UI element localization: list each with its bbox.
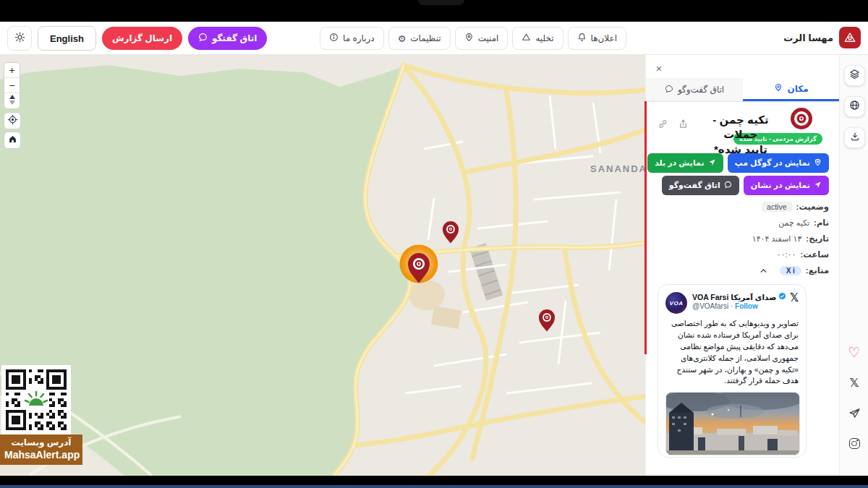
tweet-header: VOA VOA Farsi صدای آمریکا @VOAfarsi · Fo…	[658, 285, 806, 314]
close-icon[interactable]: ×	[652, 61, 666, 75]
heart-icon: ♡	[848, 346, 860, 359]
telegram-link[interactable]	[840, 407, 868, 422]
detail-label: ساعت:	[801, 249, 830, 260]
city-label: SANANDAJ	[590, 163, 645, 174]
detail-value: ۰۰:۰۰	[777, 250, 796, 260]
navbar: English ارسال گزارش اتاق گفتگو درباره ما…	[0, 22, 868, 55]
panel-tabs: مکان اتاق گفت‌وگو	[646, 78, 840, 102]
chat-icon	[724, 181, 732, 190]
chat-icon	[198, 33, 208, 44]
navigate-icon	[708, 158, 716, 168]
instagram-icon	[849, 438, 860, 449]
locate-button[interactable]	[4, 112, 21, 129]
tab-chat-room[interactable]: اتاق گفت‌وگو	[646, 78, 743, 101]
chat-room-button-label: اتاق گفتگو	[212, 33, 257, 43]
show-in-neshan-button[interactable]: نمایش در نشان	[744, 176, 829, 195]
download-icon	[850, 132, 860, 145]
likes-button[interactable]: ♡	[840, 346, 868, 359]
compass-icon	[9, 95, 16, 107]
show-in-balad-button[interactable]: نمایش در بلد	[647, 153, 723, 173]
map-zoom-controls: + −	[4, 62, 20, 109]
map-marker-selected[interactable]	[400, 245, 438, 283]
info-icon	[329, 33, 339, 44]
nav-item-about[interactable]: درباره ما	[320, 27, 384, 50]
verified-icon	[778, 292, 786, 301]
detail-value: تکیه چمن	[778, 218, 809, 228]
locate-icon	[7, 114, 18, 128]
app-screen: English ارسال گزارش اتاق گفتگو درباره ما…	[0, 0, 868, 488]
copy-link-button[interactable]	[658, 119, 668, 132]
navbar-menu: درباره ما ⚙ تنظیمات امنیت تخلیه اعلان‌ها	[320, 27, 626, 50]
pin-icon	[774, 83, 783, 94]
bullseye-icon	[790, 107, 813, 133]
brand-label: مهسا الرت	[783, 33, 833, 43]
map[interactable]: SANANDAJ	[0, 55, 645, 476]
zoom-out-button[interactable]: −	[4, 78, 20, 93]
nav-item-settings[interactable]: ⚙ تنظیمات	[388, 27, 451, 50]
tweet-image[interactable]	[665, 392, 800, 455]
nav-item-security[interactable]: امنیت	[455, 27, 509, 50]
layers-icon	[849, 69, 860, 82]
compass-button[interactable]	[4, 93, 20, 108]
map-stadium	[409, 280, 445, 310]
tweet-text: تصاویر و ویدیوهایی که به طور اختصاصی برا…	[658, 314, 806, 387]
detail-row-date: تاریخ: ۱۳ اسفند ۱۴۰۴	[752, 234, 829, 244]
send-report-button[interactable]: ارسال گزارش	[102, 27, 182, 50]
download-button[interactable]	[844, 127, 865, 148]
navigate-icon	[814, 181, 822, 190]
location-title: تکیه چمن - حملات تایید شده*	[697, 113, 785, 157]
tweet-names: VOA Farsi صدای آمریکا @VOAfarsi · Follow	[692, 292, 785, 310]
globe-button[interactable]	[844, 96, 865, 117]
layers-button[interactable]	[844, 65, 865, 86]
x-logo-icon[interactable]: 𝕏	[790, 292, 799, 303]
pin-icon	[464, 33, 474, 44]
show-in-neshan-label: نمایش در نشان	[751, 181, 810, 190]
alert-logo-icon	[839, 27, 861, 48]
tweet-dot: ·	[731, 302, 733, 310]
x-social-link[interactable]: 𝕏	[840, 377, 868, 389]
theme-toggle-button[interactable]	[7, 26, 32, 51]
sources-pill[interactable]: X i	[780, 266, 801, 275]
top-notch	[418, 0, 464, 5]
location-title-line1: تکیه چمن - حملات	[697, 113, 785, 142]
chat-room-panel-button[interactable]: اتاق گفت‌وگو	[662, 176, 739, 195]
details-list: وضعیت: active نام: تکیه چمن تاریخ: ۱۳ اس…	[752, 202, 829, 281]
bottom-blue-line	[0, 485, 868, 488]
show-in-google-maps-button[interactable]: نمایش در گوگل مپ	[728, 153, 829, 173]
show-in-balad-label: نمایش در بلد	[655, 158, 704, 168]
tab-location-label: مکان	[787, 84, 808, 94]
brand: مهسا الرت	[783, 27, 861, 48]
bell-icon	[577, 33, 587, 44]
detail-label: وضعیت:	[796, 202, 829, 212]
chat-room-button[interactable]: اتاق گفتگو	[188, 27, 267, 50]
follow-link[interactable]: Follow	[735, 302, 758, 310]
zoom-in-button[interactable]: +	[4, 63, 20, 78]
chevron-up-icon[interactable]	[759, 266, 768, 275]
language-button[interactable]: English	[38, 26, 96, 51]
tab-location[interactable]: مکان	[743, 78, 840, 101]
action-row-2: نمایش در نشان اتاق گفت‌وگو	[662, 176, 829, 195]
warning-icon	[522, 33, 531, 44]
share-button[interactable]	[678, 119, 689, 132]
location-panel: × مکان اتاق گفت‌وگو گزارش مردمی - تایید …	[645, 55, 839, 476]
top-black-bar	[0, 0, 868, 22]
website-address-label: آدرس وبسایت MahsaAlert.app	[0, 435, 82, 465]
panel-accent-line	[644, 101, 647, 354]
detail-row-name: نام: تکیه چمن	[752, 218, 829, 228]
qr-code	[1, 365, 71, 435]
action-row-1: نمایش در گوگل مپ نمایش در بلد	[647, 153, 829, 173]
nav-item-notifications[interactable]: اعلان‌ها	[568, 27, 626, 50]
pin-icon	[814, 158, 822, 168]
nav-item-label: امنیت	[478, 33, 499, 43]
detail-value: active	[762, 202, 791, 212]
instagram-link[interactable]	[840, 438, 868, 449]
avatar: VOA	[665, 292, 687, 314]
qr-caption-line2: MahsaAlert.app	[4, 449, 78, 461]
home-button[interactable]	[4, 132, 21, 149]
nav-item-label: تخلیه	[535, 33, 553, 43]
bottom-black-bar	[0, 476, 868, 485]
nav-item-label: اعلان‌ها	[591, 33, 617, 43]
detail-row-sources: منابع: X i	[752, 265, 829, 275]
nav-item-evacuation[interactable]: تخلیه	[512, 27, 563, 50]
tab-chat-room-label: اتاق گفت‌وگو	[678, 85, 724, 95]
